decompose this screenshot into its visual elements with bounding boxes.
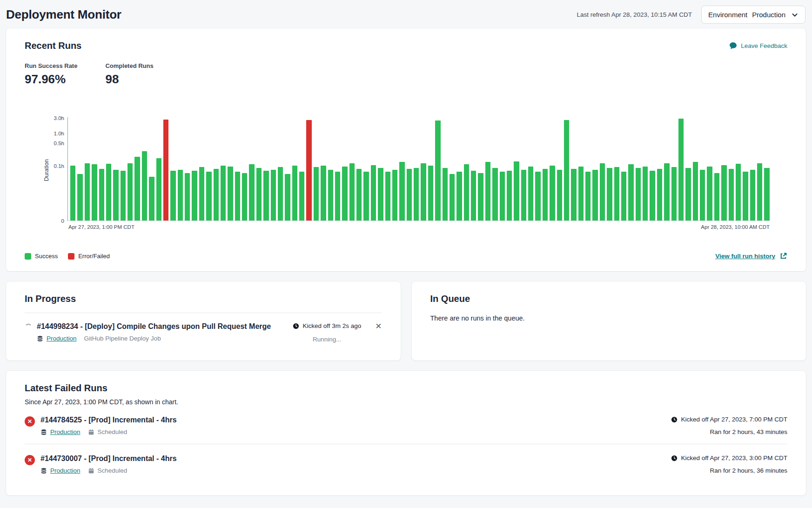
chart-bar-success[interactable] [242,173,247,221]
chart-bar-success[interactable] [185,173,190,221]
environment-link[interactable]: Production [50,467,81,474]
chart-bar-success[interactable] [700,170,705,221]
chart-bar-success[interactable] [228,167,233,221]
chart-bar-success[interactable] [471,171,476,221]
close-icon[interactable]: ✕ [375,322,382,331]
chart-bar-success[interactable] [743,172,748,221]
chart-bar-success[interactable] [392,170,397,221]
chart-bar-success[interactable] [714,173,719,221]
chart-bar-success[interactable] [707,167,712,221]
chart-bar-success[interactable] [543,169,548,221]
chart-bar-success[interactable] [685,168,691,221]
chart-bar-success[interactable] [729,169,734,221]
chart-bar-success[interactable] [607,168,612,221]
chart-bar-success[interactable] [485,162,490,221]
chart-bar-success[interactable] [99,169,104,221]
chart-bar-success[interactable] [500,172,505,221]
chart-bar-success[interactable] [106,164,111,221]
chart-bar-success[interactable] [650,171,655,221]
chart-bar-success[interactable] [550,166,555,221]
chart-bar-success[interactable] [192,171,197,221]
chart-bar-success[interactable] [428,166,433,221]
chart-bar-success[interactable] [643,167,648,221]
chart-bar-success[interactable] [142,151,147,221]
chart-bar-success[interactable] [507,171,512,221]
chart-bar-success[interactable] [263,171,268,221]
chart-bar-success[interactable] [285,174,290,221]
chart-bar-success[interactable] [77,174,82,221]
chart-bar-success[interactable] [678,119,684,221]
environment-link[interactable]: Production [47,335,77,342]
chart-bar-success[interactable] [628,164,633,221]
chart-bar-success[interactable] [521,170,526,221]
chart-bar-success[interactable] [271,170,276,221]
chart-bar-success[interactable] [328,170,333,221]
chart-bar-success[interactable] [435,120,440,221]
chart-bar-success[interactable] [221,166,226,221]
leave-feedback-link[interactable]: Leave Feedback [729,42,787,50]
chart-bar-success[interactable] [407,169,412,221]
chart-bar-failed[interactable] [306,120,311,221]
chart-bar-success[interactable] [363,172,369,221]
chart-bar-success[interactable] [92,164,97,221]
chart-bar-success[interactable] [414,168,419,221]
chart-bar-success[interactable] [571,169,576,221]
chart-bar-success[interactable] [750,170,755,221]
chart-bar-success[interactable] [514,161,519,221]
chart-bar-success[interactable] [585,172,591,221]
chart-bar-success[interactable] [214,169,219,221]
chart-bar-success[interactable] [464,164,469,221]
chart-bar-success[interactable] [421,163,426,221]
chart-bar-success[interactable] [149,177,154,221]
chart-bar-success[interactable] [128,163,133,221]
chart-bar-success[interactable] [170,171,175,221]
chart-bar-success[interactable] [385,172,390,221]
chart-bar-success[interactable] [636,168,641,221]
chart-bar-success[interactable] [621,172,626,221]
chart-bar-success[interactable] [134,157,140,221]
chart-bar-success[interactable] [349,163,355,221]
chart-bar-success[interactable] [378,168,383,221]
chart-bar-success[interactable] [314,167,319,221]
chart-bar-success[interactable] [356,169,362,221]
chart-bar-success[interactable] [592,170,597,221]
chart-bar-success[interactable] [199,167,204,221]
chart-bar-success[interactable] [235,172,240,221]
chart-bar-success[interactable] [456,172,462,221]
chart-bar-success[interactable] [564,120,569,221]
view-full-run-history-link[interactable]: View full run history [715,252,787,260]
chart-bar-success[interactable] [657,169,662,221]
chart-bar-success[interactable] [178,170,183,221]
chart-bar-success[interactable] [535,172,540,221]
environment-select[interactable]: Environment Production [701,6,805,24]
environment-link[interactable]: Production [50,428,81,435]
chart-bar-success[interactable] [664,163,669,221]
chart-bar-failed[interactable] [163,120,168,221]
chart-bar-success[interactable] [600,163,605,221]
chart-bar-success[interactable] [206,172,211,221]
chart-bar-success[interactable] [335,172,340,221]
chart-bar-success[interactable] [528,167,533,221]
chart-bar-success[interactable] [399,162,404,221]
chart-bar-success[interactable] [671,167,677,221]
chart-bar-success[interactable] [85,163,90,221]
chart-bar-success[interactable] [578,167,584,221]
chart-bar-success[interactable] [693,162,698,221]
chart-bar-success[interactable] [249,164,254,221]
chart-bar-success[interactable] [736,164,741,221]
chart-bar-success[interactable] [113,170,118,221]
chart-bar-success[interactable] [764,168,769,221]
chart-bar-success[interactable] [278,167,283,221]
chart-bar-success[interactable] [450,174,455,221]
chart-bar-success[interactable] [557,170,562,221]
chart-bar-success[interactable] [478,173,483,221]
chart-bar-success[interactable] [614,167,619,221]
chart-bar-success[interactable] [757,163,762,221]
chart-bar-success[interactable] [121,171,126,221]
chart-bar-success[interactable] [292,166,297,221]
chart-bar-success[interactable] [721,165,726,221]
chart-bar-success[interactable] [156,158,161,221]
chart-bar-success[interactable] [70,166,75,221]
chart-bar-success[interactable] [256,168,262,221]
chart-bar-success[interactable] [443,168,448,221]
